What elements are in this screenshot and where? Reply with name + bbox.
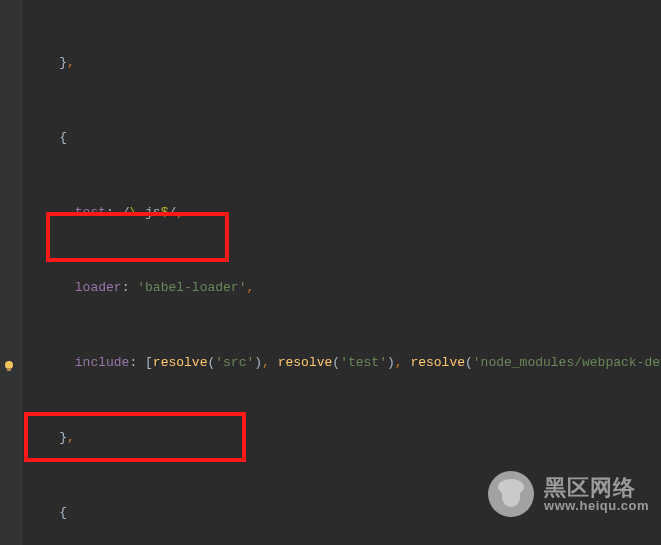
editor-gutter bbox=[0, 0, 22, 545]
code-editor[interactable]: }, { test: /\.js$/, loader: 'babel-loade… bbox=[22, 0, 661, 545]
watermark-url: www.heiqu.com bbox=[544, 499, 649, 513]
svg-rect-1 bbox=[7, 368, 11, 371]
code-line: { bbox=[28, 125, 661, 150]
string: 'babel-loader' bbox=[137, 280, 246, 295]
svg-point-0 bbox=[5, 361, 13, 369]
watermark: 黑区网络 www.heiqu.com bbox=[488, 471, 649, 517]
code-line: loader: 'babel-loader', bbox=[28, 275, 661, 300]
code-line: }, bbox=[28, 50, 661, 75]
prop-key: include bbox=[75, 355, 130, 370]
intention-bulb-icon[interactable] bbox=[1, 358, 17, 374]
prop-key: loader bbox=[75, 280, 122, 295]
code-line: test: /\.js$/, bbox=[28, 200, 661, 225]
watermark-logo-icon bbox=[488, 471, 534, 517]
code-line: include: [resolve('src'), resolve('test'… bbox=[28, 350, 661, 375]
prop-key: test bbox=[75, 205, 106, 220]
code-line: }, bbox=[28, 425, 661, 450]
watermark-title: 黑区网络 bbox=[544, 476, 649, 499]
